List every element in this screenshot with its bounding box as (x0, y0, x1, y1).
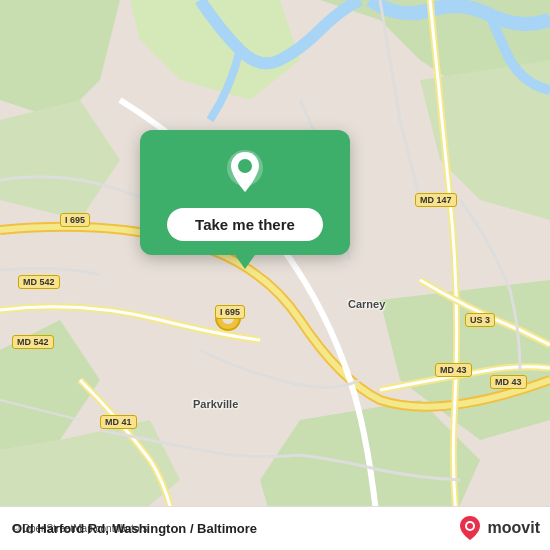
road-label-md542-2: MD 542 (12, 335, 54, 349)
moovit-text: moovit (488, 519, 540, 537)
place-label-parkville: Parkville (193, 398, 238, 410)
moovit-pin-icon (456, 514, 484, 542)
map-container: I 695 MD 542 MD 542 I 695 MD 147 US 3 MD… (0, 0, 550, 550)
svg-point-15 (467, 523, 473, 529)
road-label-md147: MD 147 (415, 193, 457, 207)
moovit-logo: moovit (456, 514, 540, 542)
road-label-md542-1: MD 542 (18, 275, 60, 289)
road-label-md43-2: MD 43 (490, 375, 527, 389)
popup-card: Take me there (140, 130, 350, 255)
road-label-md43-1: MD 43 (435, 363, 472, 377)
road-label-i695-1: I 695 (60, 213, 90, 227)
road-label-us3: US 3 (465, 313, 495, 327)
location-title: Old Harford Rd, Washington / Baltimore (12, 521, 257, 536)
road-label-md41: MD 41 (100, 415, 137, 429)
road-label-i695-2: I 695 (215, 305, 245, 319)
place-label-carney: Carney (348, 298, 385, 310)
take-me-there-button[interactable]: Take me there (167, 208, 323, 241)
location-pin-icon (221, 148, 269, 196)
svg-point-13 (238, 159, 252, 173)
map-background (0, 0, 550, 550)
